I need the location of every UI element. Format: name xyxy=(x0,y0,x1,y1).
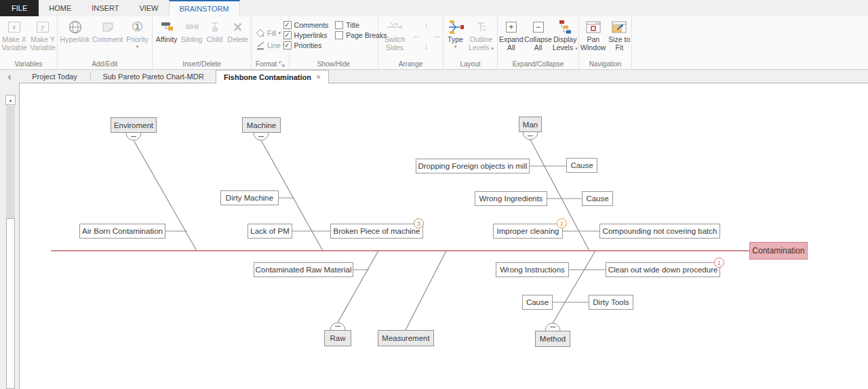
cause-node-air-born-contamination[interactable]: Air Born Contamination xyxy=(79,224,165,239)
category-node-machine[interactable]: Machine xyxy=(242,117,281,133)
cause-node-cause-top-1[interactable]: Cause xyxy=(566,158,597,173)
cause-node-lack-of-pm[interactable]: Lack of PM xyxy=(248,224,292,239)
cause-node-dropping-foreign-objects[interactable]: Dropping Foreign objects in mill xyxy=(416,159,530,173)
cause-node-contaminated-raw-material[interactable]: Contaminated Raw Material xyxy=(254,262,353,277)
category-node-man[interactable]: Man xyxy=(519,117,542,132)
doc-tab-fishbone-label: Fishbone Contamination xyxy=(224,73,311,81)
category-node-method[interactable]: Method xyxy=(535,331,570,347)
cause-node-clean-out-procedure[interactable]: Clean out wide down procedure xyxy=(606,262,720,277)
cause-node-cause-top-2[interactable]: Cause xyxy=(582,191,613,206)
cause-node-compounding[interactable]: Compounding not covering batch xyxy=(599,224,720,239)
close-tab-icon[interactable]: × xyxy=(316,73,321,82)
fishbone-diagram: Enviroment Machine Man Raw Measurement M… xyxy=(0,0,868,389)
priority-badge-2: 2 xyxy=(557,218,567,228)
category-node-raw[interactable]: Raw xyxy=(324,330,351,346)
doc-tab-fishbone-contamination[interactable]: Fishbone Contamination × xyxy=(216,70,329,83)
priority-badge-1: 1 xyxy=(714,258,724,268)
fishbone-lines xyxy=(0,0,868,389)
cause-node-dirty-machine[interactable]: Dirty Machine xyxy=(220,190,279,205)
cause-node-wrong-instructions[interactable]: Wrong Instructions xyxy=(496,262,569,277)
app-window: FILE HOME INSERT VIEW BRAINSTORM x Make … xyxy=(0,0,868,389)
effect-node-contamination[interactable]: Contamination xyxy=(749,242,808,260)
cause-node-improper-cleaning[interactable]: Improper cleaning xyxy=(493,224,563,239)
cause-node-cause-bottom[interactable]: Cause xyxy=(522,295,553,310)
category-node-environment[interactable]: Enviroment xyxy=(111,117,157,133)
priority-badge-3: 3 xyxy=(414,218,424,228)
category-node-measurement[interactable]: Measurement xyxy=(378,330,434,346)
cause-node-dirty-tools[interactable]: Dirty Tools xyxy=(589,295,633,310)
cause-node-wrong-ingredients[interactable]: Wrong Ingredients xyxy=(475,191,547,206)
cause-node-broken-piece[interactable]: Broken Piece of machine xyxy=(330,224,423,239)
